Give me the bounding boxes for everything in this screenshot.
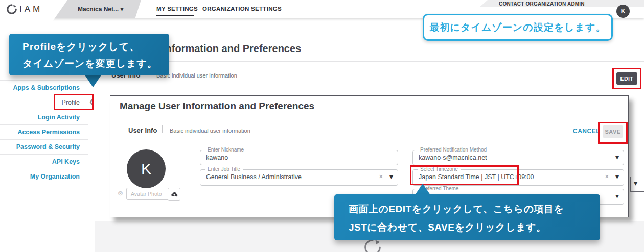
clear-icon[interactable]: ✕ [605,173,609,180]
header-avatar[interactable]: K [616,5,630,18]
tab-organization-settings[interactable]: ORGANIZATION SETTINGS [202,6,282,12]
clear-icon[interactable]: ✕ [379,173,383,180]
modal-section-desc: Basic individual user information [170,128,250,134]
sidebar-divider [95,71,95,252]
page-divider [110,61,644,62]
modal-title: Manage User Information and Preferences [120,100,314,112]
chevron-down-icon[interactable]: ▾ [615,153,619,161]
callout-edit-tail [415,184,430,195]
callout-profile-line2: タイムゾーンを変更します。 [22,57,157,70]
chevron-down-icon[interactable]: ▾ [389,172,393,181]
callout-profile: Profileをクリックして、 タイムゾーンを変更します。 [9,34,169,75]
chevron-down-icon[interactable]: ▾ [615,192,619,200]
sidebar-item-login-activity[interactable]: Login Activity [0,110,88,125]
sidebar-item-my-organization[interactable]: My Organization [0,169,88,184]
callout-edit-line2: JSTに合わせて、SAVEをクリックします。 [349,221,546,234]
remove-avatar-icon[interactable]: ⊗ [118,189,123,197]
sidebar-item-api-keys[interactable]: API Keys [0,155,88,169]
modal-section-vbar [162,125,163,133]
job-title-label: Enter Job Title [205,166,243,172]
sidebar: Apps & Subscriptions Profile Login Activ… [0,80,88,184]
sidebar-item-password-security[interactable]: Password & Security [0,140,88,155]
sidebar-collapse-icon[interactable]: ❮ [89,98,94,105]
callout-timezone-note-text: 最初にタイムゾーンの設定をします。 [430,21,606,34]
active-tab-underline [156,15,194,16]
callout-profile-line1: Profileをクリックして、 [22,40,140,54]
tab-my-settings[interactable]: MY SETTINGS [156,6,198,12]
sidebar-item-access-permissions[interactable]: Access Permissions [0,125,88,140]
timezone-value: Japan Standard Time | JST | UTC+09:00 [419,173,534,181]
modal-vertical-divider [193,148,193,215]
notification-method-label: Preferred Notification Method [418,147,489,153]
avatar-photo-input[interactable]: Avatar Photo [126,188,171,200]
external-timezone-field[interactable]: ▾ [630,177,644,192]
chevron-down-icon[interactable]: ▾ [615,172,619,181]
modal-section-label: User Info [128,127,157,134]
cancel-button[interactable]: CANCEL [573,128,600,135]
sidebar-item-apps-subscriptions[interactable]: Apps & Subscriptions [0,81,88,95]
job-title-field[interactable]: Enter Job Title General Business / Admin… [200,169,398,186]
timezone-label: Select Timezone [418,166,461,172]
callout-profile-tail [84,74,102,87]
screen: IAM Macnica Net... ▾ MY SETTINGS ORGANIZ… [0,0,644,252]
notification-method-field[interactable]: Preferred Notification Method kawano-s@m… [412,150,624,165]
chevron-down-icon: ▾ [120,6,123,13]
avatar: K [127,149,166,188]
edit-button[interactable]: EDIT [616,72,637,85]
callout-timezone-note: 最初にタイムゾーンの設定をします。 [423,14,613,41]
nickname-label: Enter Nickname [205,147,246,153]
timezone-field[interactable]: Select Timezone Japan Standard Time | JS… [412,169,624,186]
contact-organization-admin-link[interactable]: CONTACT ORGANIZATION ADMIN [499,1,585,7]
page-divider-2 [110,87,611,87]
org-selector-label[interactable]: Macnica Net... ▾ [78,6,123,13]
upload-avatar-button[interactable] [168,188,180,201]
modal-divider [110,117,627,117]
iam-logo-icon [6,4,17,15]
callout-edit-line1: 画面上のEDITをクリックして、こちらの項目を [349,203,564,216]
chevron-down-icon: ▾ [634,179,637,187]
save-button[interactable]: SAVE [603,125,623,138]
callout-edit: 画面上のEDITをクリックして、こちらの項目を JSTに合わせて、SAVEをクリ… [334,194,600,240]
sidebar-item-profile[interactable]: Profile [0,95,88,110]
nickname-value: kawano [206,154,228,161]
nickname-field[interactable]: Enter Nickname kawano [200,150,398,165]
cloud-upload-icon [171,191,178,198]
notification-method-value: kawano-s@macnica.net [419,154,487,161]
logo-text: IAM [19,4,42,14]
job-title-value: General Business / Administrative [206,173,302,181]
